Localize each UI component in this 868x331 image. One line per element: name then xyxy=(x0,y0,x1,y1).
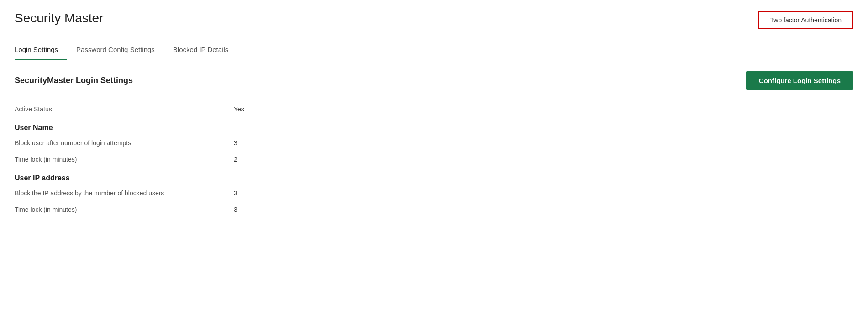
username-time-lock-value: 2 xyxy=(234,156,237,163)
username-block-attempts-label: Block user after number of login attempt… xyxy=(15,139,197,147)
ip-section-title: User IP address xyxy=(15,168,853,185)
section-header: SecurityMaster Login Settings Configure … xyxy=(15,71,853,90)
tabs-container: Login Settings Password Config Settings … xyxy=(15,40,853,60)
ip-block-users-row: Block the IP address by the number of bl… xyxy=(15,185,853,201)
section-title: SecurityMaster Login Settings xyxy=(15,76,133,85)
page-container: Security Master Two factor Authenticatio… xyxy=(0,0,868,331)
username-time-lock-label: Time lock (in minutes) xyxy=(15,156,197,163)
username-section-title: User Name xyxy=(15,117,853,135)
active-status-row: Active Status Yes xyxy=(15,101,853,117)
ip-time-lock-value: 3 xyxy=(234,206,237,213)
active-status-value: Yes xyxy=(234,105,244,113)
username-block-attempts-value: 3 xyxy=(234,139,237,147)
ip-time-lock-label: Time lock (in minutes) xyxy=(15,206,197,213)
page-title: Security Master xyxy=(15,11,104,26)
username-time-lock-row: Time lock (in minutes) 2 xyxy=(15,151,853,168)
tab-password-config-settings[interactable]: Password Config Settings xyxy=(67,40,164,60)
two-factor-authentication-button[interactable]: Two factor Authentication xyxy=(758,11,853,29)
tab-blocked-ip-details[interactable]: Blocked IP Details xyxy=(164,40,237,60)
page-header: Security Master Two factor Authenticatio… xyxy=(15,11,853,29)
active-status-label: Active Status xyxy=(15,105,197,113)
username-block-attempts-row: Block user after number of login attempt… xyxy=(15,135,853,151)
tab-login-settings[interactable]: Login Settings xyxy=(15,40,67,60)
configure-login-settings-button[interactable]: Configure Login Settings xyxy=(746,71,853,90)
ip-time-lock-row: Time lock (in minutes) 3 xyxy=(15,201,853,218)
ip-block-users-label: Block the IP address by the number of bl… xyxy=(15,189,197,197)
content-area: SecurityMaster Login Settings Configure … xyxy=(15,60,853,229)
ip-block-users-value: 3 xyxy=(234,189,237,197)
